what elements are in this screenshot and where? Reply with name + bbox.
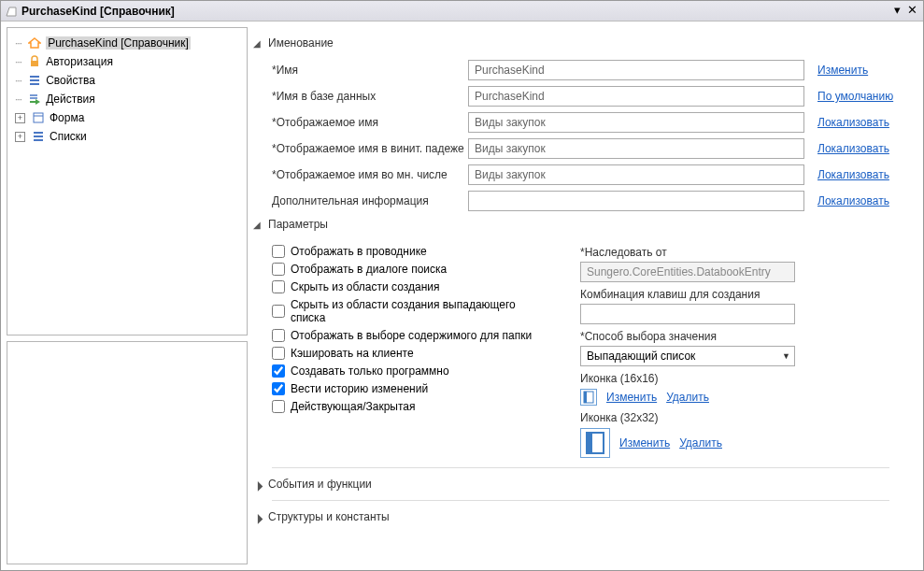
tree-item-form[interactable]: + Форма — [11, 108, 243, 127]
display-pl-input[interactable] — [468, 164, 804, 185]
icon16-preview — [580, 389, 597, 406]
name-input[interactable] — [468, 60, 804, 80]
expand-icon[interactable]: + — [15, 113, 25, 123]
check-show-explorer[interactable]: Отображать в проводнике — [272, 245, 552, 258]
icon32-preview — [580, 428, 610, 458]
tree-connector: ···· — [15, 38, 21, 49]
field-label: *Имя — [272, 64, 468, 77]
icon32-delete-link[interactable]: Удалить — [679, 436, 722, 450]
chevron-down-icon: ▼ — [782, 351, 790, 361]
list-icon — [31, 129, 46, 144]
check-label: Создавать только программно — [291, 364, 449, 378]
svg-marker-0 — [7, 7, 16, 16]
field-label: *Отображаемое имя во мн. числе — [272, 168, 468, 181]
tree-item-actions[interactable]: ···· Действия — [11, 90, 243, 108]
inherit-input — [580, 262, 795, 282]
row-display-acc: *Отображаемое имя в винит. падеже Локали… — [272, 137, 908, 160]
list-icon — [27, 73, 42, 88]
section-label: Именование — [268, 36, 334, 50]
svg-marker-1 — [29, 38, 40, 48]
row-dbname: *Имя в базе данных По умолчанию — [272, 85, 908, 107]
tree-connector: ···· — [15, 76, 21, 86]
tree-connector: ···· — [15, 94, 21, 105]
tree-item-props[interactable]: ···· Свойства — [11, 71, 243, 90]
tree-label: Форма — [50, 111, 84, 124]
expand-icon[interactable]: + — [15, 132, 25, 142]
nav-tree: ···· PurchaseKind [Справочник] ···· Авто… — [7, 27, 248, 335]
check-label: Отображать в диалоге поиска — [291, 263, 447, 276]
check-history[interactable]: Вести историю изменений — [272, 382, 552, 395]
chevron-down-icon: ◢ — [253, 38, 263, 49]
field-label: *Отображаемое имя в винит. падеже — [272, 142, 468, 155]
section-naming[interactable]: ◢ Именование — [253, 36, 908, 50]
display-acc-input[interactable] — [468, 138, 804, 159]
display-input[interactable] — [468, 112, 804, 133]
icon16-change-link[interactable]: Изменить — [606, 391, 657, 404]
chevron-right-icon: ◢ — [253, 478, 264, 492]
svg-marker-8 — [30, 99, 40, 105]
check-label: Действующая/Закрытая — [291, 400, 416, 413]
tree-item-auth[interactable]: ···· Авторизация — [11, 52, 243, 71]
field-label: *Отображаемое имя — [272, 116, 468, 129]
tree-connector: ···· — [15, 57, 21, 67]
icon16-label: Иконка (16x16) — [580, 372, 908, 385]
field-label: Дополнительная информация — [272, 194, 468, 207]
section-events[interactable]: ◢ События и функции — [253, 478, 908, 491]
valuesel-dropdown[interactable]: Выпадающий список ▼ — [580, 346, 795, 366]
check-label: Вести историю изменений — [291, 382, 428, 395]
section-label: Параметры — [268, 218, 328, 231]
svg-rect-9 — [34, 113, 43, 122]
arrow-right-icon — [27, 92, 42, 107]
tree-label: Авторизация — [46, 55, 113, 68]
inherit-label: *Наследовать от — [580, 246, 908, 259]
chevron-down-icon: ◢ — [253, 220, 263, 230]
localize-link[interactable]: Локализовать — [817, 194, 889, 207]
check-active-closed[interactable]: Действующая/Закрытая — [272, 400, 552, 413]
section-label: Структуры и константы — [268, 510, 390, 523]
titlebar: PurchaseKind [Справочник] ▾ ✕ — [1, 1, 923, 21]
check-hide-create[interactable]: Скрыть из области создания — [272, 280, 552, 293]
check-show-folder[interactable]: Отображать в выборе содержимого для папк… — [272, 329, 552, 342]
localize-link[interactable]: Локализовать — [817, 116, 889, 129]
tab-icon — [5, 5, 18, 18]
change-link[interactable]: Изменить — [817, 64, 868, 77]
hotkey-input[interactable] — [580, 304, 795, 324]
icon16-delete-link[interactable]: Удалить — [666, 391, 709, 404]
valuesel-label: *Способ выбора значения — [580, 330, 908, 343]
check-label: Отображать в проводнике — [291, 245, 427, 258]
section-params[interactable]: ◢ Параметры — [253, 218, 908, 231]
check-label: Отображать в выборе содержимого для папк… — [291, 329, 532, 342]
close-button[interactable]: ✕ — [904, 4, 919, 19]
localize-link[interactable]: Локализовать — [817, 168, 889, 181]
preview-panel — [7, 341, 248, 564]
row-name: *Имя Изменить — [272, 59, 908, 81]
check-hide-create-drop[interactable]: Скрыть из области создания выпадающего с… — [272, 298, 552, 324]
pin-button[interactable]: ▾ — [889, 4, 904, 19]
icon32-label: Иконка (32x32) — [580, 411, 908, 424]
check-show-search[interactable]: Отображать в диалоге поиска — [272, 263, 552, 276]
check-cache-client[interactable]: Кэшировать на клиенте — [272, 347, 552, 360]
localize-link[interactable]: Локализовать — [817, 142, 889, 155]
hotkey-label: Комбинация клавиш для создания — [580, 288, 908, 301]
check-create-prog-only[interactable]: Создавать только программно — [272, 364, 552, 378]
tree-label: Свойства — [46, 74, 95, 87]
section-label: События и функции — [268, 478, 372, 491]
properties-panel: ◢ Именование *Имя Изменить *Имя в базе д… — [253, 27, 917, 564]
tree-item-lists[interactable]: + Списки — [11, 127, 243, 146]
addinfo-input[interactable] — [468, 191, 804, 211]
section-structs[interactable]: ◢ Структуры и константы — [253, 510, 908, 523]
check-label: Кэшировать на клиенте — [291, 347, 414, 360]
dbname-input[interactable] — [468, 86, 804, 107]
row-addinfo: Дополнительная информация Локализовать — [272, 190, 908, 212]
tree-label: PurchaseKind [Справочник] — [46, 36, 191, 50]
home-icon — [27, 36, 42, 50]
tree-label: Действия — [46, 93, 95, 106]
tree-label: Списки — [50, 130, 87, 143]
default-link[interactable]: По умолчанию — [817, 90, 893, 103]
svg-rect-15 — [584, 392, 587, 403]
tree-item-root[interactable]: ···· PurchaseKind [Справочник] — [11, 34, 243, 52]
icon32-change-link[interactable]: Изменить — [619, 436, 670, 450]
row-display-pl: *Отображаемое имя во мн. числе Локализов… — [272, 164, 908, 186]
form-icon — [31, 110, 46, 125]
chevron-right-icon: ◢ — [253, 510, 264, 524]
